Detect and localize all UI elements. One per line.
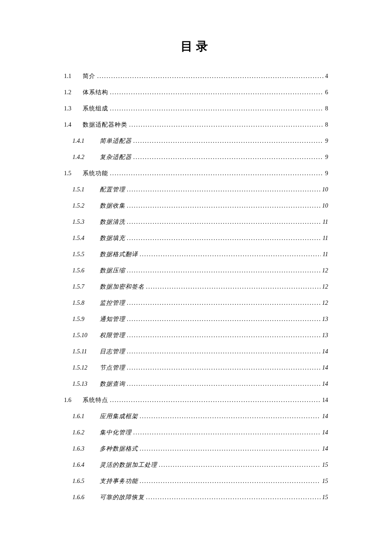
toc-label: 应用集成框架 xyxy=(100,413,138,420)
toc-number: 1.5.6 xyxy=(72,267,100,274)
toc-label: 数据加密和签名 xyxy=(100,283,144,291)
toc-leader-dots xyxy=(140,445,320,452)
toc-entry: 1.2体系结构6 xyxy=(64,89,328,96)
toc-number: 1.6.4 xyxy=(72,462,100,468)
toc-label: 多种数据格式 xyxy=(100,445,138,453)
toc-label: 权限管理 xyxy=(100,332,125,339)
toc-leader-dots xyxy=(127,300,320,306)
toc-entry: 1.5.4数据填充11 xyxy=(64,234,328,242)
toc-page-number: 13 xyxy=(322,332,328,339)
toc-leader-dots xyxy=(127,267,320,274)
toc-label: 系统功能 xyxy=(83,170,108,177)
toc-leader-dots xyxy=(97,73,323,80)
toc-entry: 1.6.2集中化管理14 xyxy=(64,429,328,436)
toc-page-number: 15 xyxy=(322,478,328,485)
toc-leader-dots xyxy=(146,494,320,501)
toc-label: 灵活的数据加工处理 xyxy=(100,461,157,469)
toc-entry: 1.5.2数据收集10 xyxy=(64,202,328,210)
toc-page-number: 12 xyxy=(322,267,328,274)
toc-entry: 1.4.1简单适配器9 xyxy=(64,137,328,145)
toc-entry: 1.5.13数据查询14 xyxy=(64,380,328,388)
toc-page-number: 14 xyxy=(322,413,328,420)
toc-page-number: 12 xyxy=(322,300,328,306)
toc-leader-dots xyxy=(110,170,323,177)
toc-label: 系统组成 xyxy=(83,105,108,113)
toc-page-number: 9 xyxy=(325,170,328,177)
toc-number: 1.1 xyxy=(64,73,83,80)
toc-page-number: 14 xyxy=(322,445,328,452)
toc-leader-dots xyxy=(110,89,323,96)
toc-number: 1.5.11 xyxy=(72,348,100,355)
toc-label: 通知管理 xyxy=(100,315,125,323)
toc-entry: 1.4.2复杂适配器9 xyxy=(64,153,328,161)
toc-label: 监控管理 xyxy=(100,299,125,307)
toc-entry: 1.5.7数据加密和签名12 xyxy=(64,283,328,291)
toc-number: 1.6.6 xyxy=(72,494,100,501)
toc-leader-dots xyxy=(133,138,323,145)
toc-leader-dots xyxy=(133,154,323,161)
toc-entry: 1.6.5支持事务功能15 xyxy=(64,477,328,485)
toc-label: 简介 xyxy=(83,72,95,80)
toc-entry: 1.5.3数据清洗11 xyxy=(64,218,328,226)
toc-number: 1.5.9 xyxy=(72,316,100,323)
toc-leader-dots xyxy=(127,364,320,371)
toc-entry: 1.5.12节点管理14 xyxy=(64,364,328,372)
toc-entry: 1.4数据适配器种类8 xyxy=(64,121,328,129)
toc-leader-dots xyxy=(127,186,320,193)
toc-leader-dots xyxy=(110,105,323,112)
toc-entry: 1.5.5数据格式翻译11 xyxy=(64,251,328,258)
toc-leader-dots xyxy=(159,462,320,468)
toc-number: 1.5.10 xyxy=(72,332,100,339)
toc-leader-dots xyxy=(127,235,321,242)
toc-entry: 1.6.6可靠的故障恢复15 xyxy=(64,494,328,501)
toc-leader-dots xyxy=(127,202,320,209)
toc-entry: 1.5.11日志管理14 xyxy=(64,348,328,356)
toc-number: 1.5 xyxy=(64,170,83,177)
toc-page-number: 4 xyxy=(325,73,328,80)
toc-leader-dots xyxy=(133,429,320,436)
toc-number: 1.5.8 xyxy=(72,300,100,306)
toc-number: 1.5.1 xyxy=(72,186,100,193)
toc-leader-dots xyxy=(110,397,320,404)
toc-leader-dots xyxy=(140,478,320,485)
toc-number: 1.5.3 xyxy=(72,219,100,225)
toc-number: 1.5.13 xyxy=(72,381,100,387)
toc-page-number: 9 xyxy=(325,138,328,145)
toc-leader-dots xyxy=(129,121,323,128)
toc-entry: 1.3系统组成8 xyxy=(64,105,328,113)
toc-leader-dots xyxy=(127,348,320,355)
toc-label: 可靠的故障恢复 xyxy=(100,494,144,501)
toc-entry: 1.6.1应用集成框架14 xyxy=(64,413,328,420)
toc-leader-dots xyxy=(140,413,320,420)
toc-page-number: 10 xyxy=(322,186,328,193)
toc-number: 1.3 xyxy=(64,105,83,112)
toc-entry: 1.5系统功能9 xyxy=(64,170,328,177)
toc-label: 数据填充 xyxy=(100,234,125,242)
toc-label: 支持事务功能 xyxy=(100,477,138,485)
toc-entry: 1.6.4灵活的数据加工处理15 xyxy=(64,461,328,469)
toc-number: 1.5.12 xyxy=(72,364,100,371)
toc-number: 1.6 xyxy=(64,397,83,404)
toc-label: 配置管理 xyxy=(100,186,125,194)
toc-page-number: 9 xyxy=(325,154,328,161)
toc-page-number: 14 xyxy=(322,397,328,404)
toc-number: 1.4 xyxy=(64,121,83,128)
toc-page-number: 6 xyxy=(325,89,328,96)
toc-leader-dots xyxy=(127,332,320,339)
toc-entry: 1.1简介4 xyxy=(64,72,328,80)
toc-entry: 1.5.6数据压缩12 xyxy=(64,267,328,275)
toc-label: 数据查询 xyxy=(100,380,125,388)
toc-page-number: 11 xyxy=(323,235,328,242)
toc-number: 1.5.7 xyxy=(72,283,100,290)
toc-page-number: 14 xyxy=(322,364,328,371)
toc-page-number: 14 xyxy=(322,429,328,436)
toc-page-number: 8 xyxy=(325,121,328,128)
toc-label: 数据收集 xyxy=(100,202,125,210)
toc-page-number: 14 xyxy=(322,381,328,387)
toc-page-number: 11 xyxy=(323,219,328,225)
toc-page-number: 11 xyxy=(323,251,328,258)
toc-leader-dots xyxy=(127,316,320,323)
toc-label: 集中化管理 xyxy=(100,429,132,436)
toc-entry: 1.5.10权限管理13 xyxy=(64,332,328,339)
toc-label: 数据格式翻译 xyxy=(100,251,138,258)
